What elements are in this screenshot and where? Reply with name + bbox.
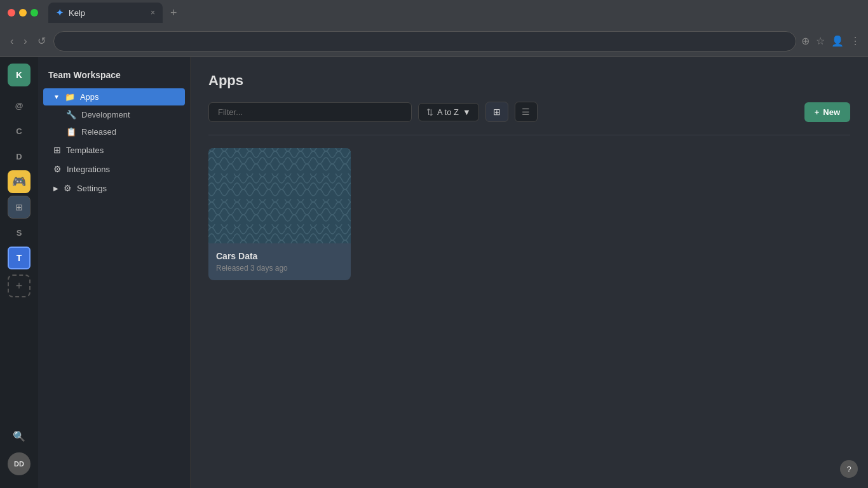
help-button[interactable]: ? bbox=[840, 460, 858, 478]
zoom-icon[interactable]: ⊕ bbox=[801, 35, 810, 47]
sidebar-icon-s[interactable]: S bbox=[8, 221, 31, 244]
profile-icon[interactable]: 👤 bbox=[831, 35, 844, 47]
card-subtitle: Released 3 days ago bbox=[216, 264, 343, 273]
card-thumbnail bbox=[208, 148, 351, 243]
browser-chrome: ✦ Kelp × + ‹ › ↺ ⊕ ☆ 👤 ⋮ bbox=[0, 0, 868, 57]
sidebar-item-apps[interactable]: ▼ 📁 Apps bbox=[43, 88, 185, 105]
wave-pattern-svg bbox=[208, 148, 351, 243]
list-view-button[interactable]: ☰ bbox=[515, 102, 538, 122]
sidebar-icon-d[interactable]: D bbox=[8, 145, 31, 168]
workspace-icon[interactable]: K bbox=[8, 64, 31, 86]
sidebar-item-development[interactable]: 🔧 Development bbox=[43, 107, 185, 123]
new-button[interactable]: + New bbox=[804, 102, 850, 122]
grid-view-button[interactable]: ⊞ bbox=[485, 102, 508, 122]
minimize-traffic-light[interactable] bbox=[19, 9, 27, 17]
add-workspace-button[interactable]: + bbox=[8, 274, 31, 297]
browser-tab[interactable]: ✦ Kelp × bbox=[48, 3, 163, 23]
filter-input[interactable] bbox=[208, 102, 412, 122]
sidebar-item-settings-label: Settings bbox=[77, 184, 107, 193]
new-button-icon: + bbox=[815, 107, 820, 117]
app-card-cars-data[interactable]: Cars Data Released 3 days ago bbox=[208, 148, 351, 280]
card-info: Cars Data Released 3 days ago bbox=[208, 243, 351, 280]
maximize-traffic-light[interactable] bbox=[31, 9, 38, 17]
reload-button[interactable]: ↺ bbox=[35, 32, 48, 50]
sidebar-item-apps-label: Apps bbox=[80, 92, 99, 102]
nav-sidebar: Team Workspace ▼ 📁 Apps 🔧 Development 📋 … bbox=[38, 57, 191, 488]
traffic-lights bbox=[8, 9, 38, 17]
sidebar-icon-c[interactable]: C bbox=[8, 119, 31, 142]
card-title: Cars Data bbox=[216, 251, 343, 261]
app-layout: K @ C D 🎮 ⊞ S T + 🔍 DD Team Workspace ▼ … bbox=[0, 57, 868, 488]
browser-titlebar: ✦ Kelp × + bbox=[0, 0, 868, 25]
forward-button[interactable]: › bbox=[21, 33, 29, 50]
back-button[interactable]: ‹ bbox=[8, 33, 16, 50]
sidebar-icon-grid[interactable]: ⊞ bbox=[8, 196, 31, 219]
doc-icon: 📋 bbox=[66, 127, 76, 137]
toolbar-row: ⇅ A to Z ▼ ⊞ ☰ + New bbox=[208, 102, 850, 122]
page-title: Apps bbox=[208, 72, 850, 89]
workspace-title: Team Workspace bbox=[38, 65, 190, 88]
tab-title: Kelp bbox=[69, 8, 85, 18]
main-content: Apps ⇅ A to Z ▼ ⊞ ☰ + New bbox=[191, 57, 868, 488]
settings-icon: ⚙ bbox=[64, 183, 72, 193]
sidebar-item-settings[interactable]: ▶ ⚙ Settings bbox=[43, 179, 185, 197]
content-divider bbox=[208, 135, 850, 135]
browser-toolbar-icons: ⊕ ☆ 👤 ⋮ bbox=[801, 35, 860, 47]
sidebar-icon-t[interactable]: T bbox=[8, 247, 31, 269]
sort-label: A to Z bbox=[437, 107, 459, 117]
templates-icon: ⊞ bbox=[53, 145, 61, 155]
icon-sidebar: K @ C D 🎮 ⊞ S T + 🔍 DD bbox=[0, 57, 38, 488]
sidebar-item-integrations-label: Integrations bbox=[67, 165, 110, 174]
bookmark-icon[interactable]: ☆ bbox=[816, 35, 825, 47]
bottom-icons: 🔍 DD bbox=[8, 424, 31, 482]
new-button-label: New bbox=[823, 107, 840, 117]
sidebar-item-templates[interactable]: ⊞ Templates bbox=[43, 141, 185, 159]
new-tab-button[interactable]: + bbox=[170, 6, 177, 20]
sidebar-item-development-label: Development bbox=[81, 110, 130, 119]
wrench-icon: 🔧 bbox=[66, 110, 76, 119]
sidebar-item-templates-label: Templates bbox=[66, 146, 104, 155]
sort-dropdown-icon: ▼ bbox=[463, 107, 471, 117]
address-bar[interactable] bbox=[53, 31, 796, 51]
menu-icon[interactable]: ⋮ bbox=[850, 35, 860, 47]
folder-icon: 📁 bbox=[65, 92, 75, 102]
browser-toolbar: ‹ › ↺ ⊕ ☆ 👤 ⋮ bbox=[0, 25, 868, 57]
tab-favicon: ✦ bbox=[56, 8, 64, 18]
tab-close-button[interactable]: × bbox=[151, 8, 155, 17]
search-icon-button[interactable]: 🔍 bbox=[8, 424, 31, 447]
sidebar-item-integrations[interactable]: ⚙ Integrations bbox=[43, 160, 185, 178]
svg-rect-1 bbox=[208, 148, 351, 243]
sort-icon: ⇅ bbox=[426, 107, 433, 117]
integrations-icon: ⚙ bbox=[53, 164, 62, 174]
sidebar-icon-at[interactable]: @ bbox=[8, 94, 31, 117]
sidebar-item-released[interactable]: 📋 Released bbox=[43, 124, 185, 140]
close-traffic-light[interactable] bbox=[8, 9, 15, 17]
settings-expand-arrow-icon: ▶ bbox=[53, 185, 58, 192]
cards-grid: Cars Data Released 3 days ago bbox=[208, 148, 850, 280]
expand-arrow-icon: ▼ bbox=[53, 93, 60, 100]
user-avatar[interactable]: DD bbox=[8, 452, 31, 475]
sidebar-item-released-label: Released bbox=[81, 127, 116, 137]
sidebar-icon-koodi[interactable]: 🎮 bbox=[8, 170, 31, 193]
sort-button[interactable]: ⇅ A to Z ▼ bbox=[418, 103, 479, 121]
